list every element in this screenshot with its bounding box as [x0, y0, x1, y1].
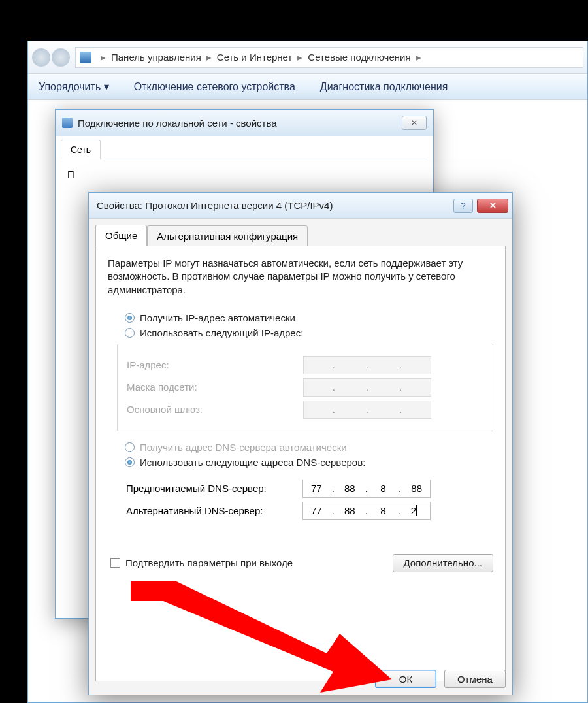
subnet-mask-input: ... [303, 378, 431, 397]
radio-dns-manual[interactable]: Использовать следующие адреса DNS-сервер… [125, 457, 493, 468]
radio-ip-manual-label: Использовать следующий IP-адрес: [140, 327, 303, 338]
confirm-checkbox[interactable] [110, 558, 120, 568]
radio-icon [125, 328, 135, 338]
help-button[interactable]: ? [453, 199, 473, 213]
toolbar-organize[interactable]: Упорядочить ▾ [39, 80, 109, 93]
ip-address-input: ... [303, 356, 431, 374]
connection-properties-tabs: Сеть [61, 140, 428, 159]
radio-icon [125, 442, 135, 452]
radio-dns-auto-label: Получить адрес DNS-сервера автоматически [140, 442, 347, 453]
crumb-3[interactable]: Сетевые подключения [308, 52, 410, 63]
tab-network[interactable]: Сеть [61, 140, 101, 159]
gateway-label: Основной шлюз: [127, 404, 303, 415]
advanced-button[interactable]: Дополнительно... [393, 554, 493, 572]
radio-dns-auto[interactable]: Получить адрес DNS-сервера автоматически [125, 442, 493, 453]
explorer-toolbar: Упорядочить ▾ Отключение сетевого устрой… [28, 74, 587, 100]
connection-properties-titlebar[interactable]: Подключение по локальной сети - свойства… [56, 110, 433, 136]
ipv4-tabs: Общие Альтернативная конфигурация [95, 221, 506, 246]
subnet-mask-label: Маска подсети: [127, 382, 303, 393]
tab-body: Параметры IP могут назначаться автоматич… [95, 246, 506, 681]
tab-alt-config[interactable]: Альтернативная конфигурация [147, 225, 308, 246]
ip-address-label: IP-адрес: [127, 359, 303, 370]
confirm-label: Подтвердить параметры при выходе [125, 557, 293, 568]
toolbar-diagnose[interactable]: Диагностика подключения [320, 81, 448, 93]
forward-button[interactable] [52, 48, 70, 67]
ipv4-title: Свойства: Протокол Интернета версии 4 (T… [97, 200, 333, 211]
tab-general[interactable]: Общие [95, 225, 147, 246]
toolbar-disable[interactable]: Отключение сетевого устройства [134, 81, 295, 93]
radio-ip-auto-label: Получить IP-адрес автоматически [140, 312, 295, 323]
dialog-button-row: ОК Отмена [375, 670, 506, 688]
truncated-label: П [67, 169, 74, 180]
radio-ip-auto[interactable]: Получить IP-адрес автоматически [125, 312, 493, 323]
radio-icon [125, 457, 135, 467]
radio-icon [125, 313, 135, 323]
preferred-dns-input[interactable]: 77. 88. 8. 88 [302, 480, 431, 498]
connection-properties-body: П [56, 159, 433, 189]
preferred-dns-label: Предпочитаемый DNS-сервер: [126, 483, 302, 494]
close-button[interactable]: ✕ [477, 199, 508, 213]
control-panel-icon [80, 52, 91, 63]
back-button[interactable] [32, 48, 50, 67]
ip-description: Параметры IP могут назначаться автоматич… [108, 257, 493, 297]
radio-dns-manual-label: Использовать следующие адреса DNS-сервер… [140, 457, 365, 468]
network-icon [62, 118, 73, 128]
ipv4-properties-dialog: Свойства: Протокол Интернета версии 4 (T… [88, 192, 513, 695]
crumb-2[interactable]: Сеть и Интернет [217, 52, 293, 63]
alternate-dns-input[interactable]: 77. 88. 8. 2 [302, 502, 431, 520]
explorer-nav: ▸Панель управления ▸Сеть и Интернет ▸Сет… [28, 41, 587, 74]
close-icon[interactable]: ✕ [402, 116, 427, 130]
gateway-input: ... [303, 401, 431, 419]
connection-properties-title: Подключение по локальной сети - свойства [78, 118, 277, 129]
ipv4-titlebar[interactable]: Свойства: Протокол Интернета версии 4 (T… [89, 193, 512, 219]
ip-group: IP-адрес: ... Маска подсети: ... Основно… [117, 344, 493, 431]
address-bar[interactable]: ▸Панель управления ▸Сеть и Интернет ▸Сет… [75, 47, 583, 68]
dns-group: Предпочитаемый DNS-сервер: 77. 88. 8. 88… [117, 473, 493, 532]
cancel-button[interactable]: Отмена [444, 670, 506, 688]
crumb-1[interactable]: Панель управления [111, 52, 201, 63]
alternate-dns-label: Альтернативный DNS-сервер: [126, 505, 302, 516]
ok-button[interactable]: ОК [375, 670, 436, 688]
radio-ip-manual[interactable]: Использовать следующий IP-адрес: [125, 327, 493, 338]
